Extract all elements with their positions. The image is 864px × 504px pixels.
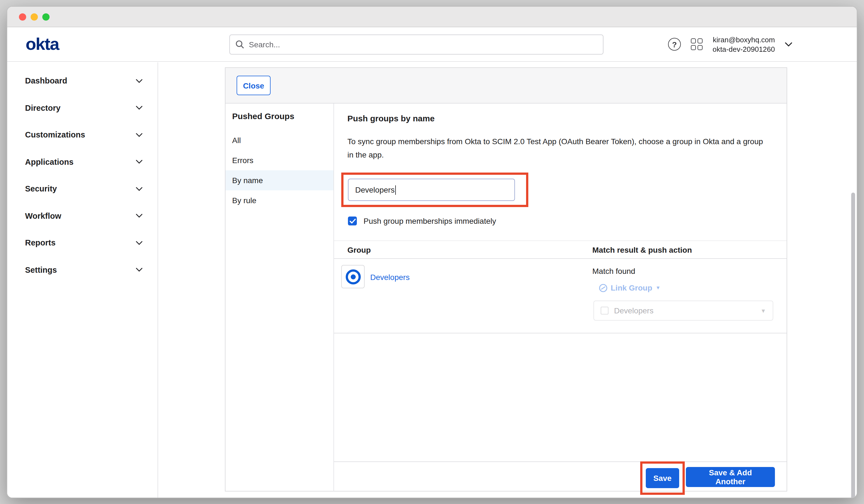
sidebar-item-label: Security bbox=[25, 184, 57, 193]
group-cell: Developers bbox=[341, 265, 592, 333]
chevron-down-icon bbox=[136, 79, 143, 83]
search-icon bbox=[236, 40, 244, 49]
table-header: Group Match result & push action bbox=[334, 240, 787, 259]
push-immediately-row[interactable]: Push group memberships immediately bbox=[348, 217, 773, 225]
subnav-item-all[interactable]: All bbox=[226, 130, 334, 150]
group-search-value: Developers bbox=[355, 185, 395, 194]
push-by-name-panel: Push groups by name To sync group member… bbox=[334, 104, 787, 491]
vertical-scrollbar[interactable] bbox=[851, 193, 855, 498]
apps-grid-icon[interactable] bbox=[691, 38, 703, 50]
match-status: Match found bbox=[592, 267, 773, 276]
chevron-down-icon bbox=[136, 241, 143, 245]
column-match-result: Match result & push action bbox=[592, 245, 773, 254]
linked-group-value: Developers bbox=[614, 306, 755, 315]
subnav-title: Pushed Groups bbox=[226, 111, 334, 121]
chevron-down-icon bbox=[136, 160, 143, 164]
pushed-groups-subnav: Pushed Groups All Errors By name By rule bbox=[226, 104, 334, 491]
sidebar-item-label: Workflow bbox=[25, 212, 61, 220]
card-toolbar: Close bbox=[226, 68, 787, 104]
sidebar-item-label: Applications bbox=[25, 157, 73, 166]
sidebar-item-label: Directory bbox=[25, 104, 60, 112]
link-group-label: Link Group bbox=[611, 283, 652, 292]
panel-title: Push groups by name bbox=[347, 113, 773, 123]
sidebar-item-label: Customizations bbox=[25, 131, 85, 140]
window-titlebar bbox=[7, 7, 857, 27]
sidebar-item-settings[interactable]: Settings bbox=[7, 256, 158, 283]
group-name-link[interactable]: Developers bbox=[370, 273, 410, 281]
subnav-item-by-name[interactable]: By name bbox=[226, 170, 334, 190]
select-checkbox bbox=[601, 307, 609, 314]
sidebar-item-security[interactable]: Security bbox=[7, 175, 158, 202]
chevron-down-icon bbox=[136, 106, 143, 110]
account-menu[interactable]: kiran@boxyhq.com okta-dev-20901260 bbox=[712, 35, 775, 54]
input-annotation-box: Developers bbox=[341, 172, 528, 207]
table-row: Developers Match found bbox=[334, 259, 787, 333]
sidebar-item-label: Dashboard bbox=[25, 76, 67, 85]
save-button[interactable]: Save bbox=[646, 468, 679, 488]
subnav-item-by-rule[interactable]: By rule bbox=[226, 190, 334, 211]
header-actions: ? kiran@boxyhq.com okta-dev-20901260 bbox=[668, 27, 792, 61]
sidebar-item-workflow[interactable]: Workflow bbox=[7, 202, 158, 229]
push-immediately-label: Push group memberships immediately bbox=[363, 217, 496, 225]
chevron-down-icon bbox=[136, 187, 143, 191]
link-group-dropdown[interactable]: Link Group ▼ bbox=[599, 283, 773, 292]
panel-description: To sync group memberships from Okta to S… bbox=[347, 135, 768, 161]
group-icon bbox=[341, 265, 365, 288]
sidebar-item-label: Reports bbox=[25, 239, 56, 248]
account-email: kiran@boxyhq.com bbox=[712, 35, 775, 44]
sidebar-item-directory[interactable]: Directory bbox=[7, 94, 158, 121]
sidebar-item-customizations[interactable]: Customizations bbox=[7, 121, 158, 148]
app-window: okta ? kiran@boxyhq.com okta-dev-2090126… bbox=[7, 6, 857, 498]
group-search-input[interactable]: Developers bbox=[348, 179, 515, 201]
sidebar-item-dashboard[interactable]: Dashboard bbox=[7, 67, 158, 94]
okta-logo[interactable]: okta bbox=[26, 34, 59, 54]
main-area: Close Pushed Groups All Errors By name B… bbox=[159, 62, 857, 497]
panel-footer: Save Save & Add Another bbox=[334, 461, 787, 491]
match-cell: Match found Link Group ▼ bbox=[592, 265, 773, 333]
close-button[interactable]: Close bbox=[237, 76, 271, 95]
check-icon bbox=[349, 218, 356, 224]
global-search[interactable] bbox=[229, 35, 603, 55]
sidebar-item-label: Settings bbox=[25, 265, 57, 274]
window-minimize-button[interactable] bbox=[31, 13, 38, 20]
desktop-background: okta ? kiran@boxyhq.com okta-dev-2090126… bbox=[0, 0, 864, 504]
match-table: Group Match result & push action Develop… bbox=[334, 240, 787, 333]
subnav-item-errors[interactable]: Errors bbox=[226, 150, 334, 170]
column-group: Group bbox=[347, 245, 592, 254]
help-icon[interactable]: ? bbox=[668, 38, 681, 51]
linked-group-select[interactable]: Developers ▼ bbox=[593, 301, 773, 321]
window-close-button[interactable] bbox=[19, 13, 26, 20]
app-body: Dashboard Directory Customizations Appli… bbox=[7, 62, 857, 497]
search-input[interactable] bbox=[249, 40, 597, 49]
push-immediately-checkbox[interactable] bbox=[348, 217, 357, 225]
dropdown-arrow-icon: ▼ bbox=[656, 285, 661, 290]
account-org: okta-dev-20901260 bbox=[712, 44, 775, 54]
select-chevron-icon: ▼ bbox=[760, 308, 766, 314]
app-header: okta ? kiran@boxyhq.com okta-dev-2090126… bbox=[7, 27, 857, 62]
chevron-down-icon bbox=[136, 133, 143, 137]
push-groups-card: Close Pushed Groups All Errors By name B… bbox=[225, 67, 787, 491]
chevron-down-icon bbox=[136, 214, 143, 218]
account-chevron-down-icon[interactable] bbox=[785, 42, 792, 47]
window-maximize-button[interactable] bbox=[42, 13, 50, 20]
sidebar-item-reports[interactable]: Reports bbox=[7, 229, 158, 256]
save-annotation-box: Save bbox=[640, 461, 685, 495]
chevron-down-icon bbox=[136, 268, 143, 272]
text-caret bbox=[395, 185, 396, 194]
sidebar-item-applications[interactable]: Applications bbox=[7, 148, 158, 175]
link-icon bbox=[599, 284, 607, 292]
sidebar: Dashboard Directory Customizations Appli… bbox=[7, 62, 158, 497]
save-add-another-button[interactable]: Save & Add Another bbox=[686, 467, 775, 487]
